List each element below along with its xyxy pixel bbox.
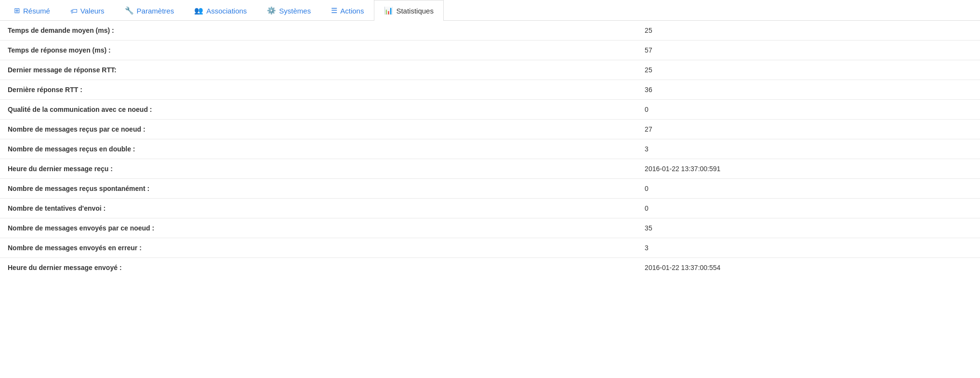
table-row: Temps de demande moyen (ms) :25 [0,21,980,40]
tabs-container: ⊞Résumé🏷Valeurs🔧Paramètres👥Associations⚙… [0,0,980,21]
tab-statistiques[interactable]: 📊Statistiques [374,0,444,21]
tab-label-valeurs: Valeurs [80,7,105,15]
stats-table: Temps de demande moyen (ms) :25Temps de … [0,21,980,277]
row-value: 25 [637,21,980,40]
statistiques-icon: 📊 [384,6,393,15]
tab-associations[interactable]: 👥Associations [184,0,257,21]
tab-label-associations: Associations [206,7,247,15]
row-value: 35 [637,218,980,238]
tab-label-resume: Résumé [23,7,50,15]
table-row: Nombre de tentatives d'envoi :0 [0,199,980,218]
tab-valeurs[interactable]: 🏷Valeurs [60,0,115,21]
row-value: 57 [637,40,980,60]
row-label: Heure du dernier message envoyé : [0,258,637,278]
table-row: Nombre de messages envoyés par ce noeud … [0,218,980,238]
row-label: Nombre de messages envoyés par ce noeud … [0,218,637,238]
row-label: Nombre de tentatives d'envoi : [0,199,637,218]
row-value: 0 [637,100,980,120]
table-row: Heure du dernier message envoyé :2016-01… [0,258,980,278]
row-label: Nombre de messages reçus par ce noeud : [0,120,637,139]
table-row: Nombre de messages reçus par ce noeud :2… [0,120,980,139]
tab-systemes[interactable]: ⚙️Systèmes [257,0,321,21]
row-value: 0 [637,199,980,218]
parametres-icon: 🔧 [125,6,134,15]
row-label: Temps de demande moyen (ms) : [0,21,637,40]
row-value: 27 [637,120,980,139]
resume-icon: ⊞ [14,6,20,15]
row-value: 2016-01-22 13:37:00:591 [637,159,980,179]
table-row: Dernier message de réponse RTT:25 [0,60,980,80]
tab-resume[interactable]: ⊞Résumé [4,0,60,21]
tab-parametres[interactable]: 🔧Paramètres [115,0,185,21]
content-area: Temps de demande moyen (ms) :25Temps de … [0,21,980,277]
row-label: Temps de réponse moyen (ms) : [0,40,637,60]
table-row: Qualité de la communication avec ce noeu… [0,100,980,120]
row-value: 0 [637,179,980,199]
row-label: Heure du dernier message reçu : [0,159,637,179]
systemes-icon: ⚙️ [267,6,276,15]
table-row: Heure du dernier message reçu :2016-01-2… [0,159,980,179]
associations-icon: 👥 [194,6,203,15]
row-label: Qualité de la communication avec ce noeu… [0,100,637,120]
row-value: 3 [637,139,980,159]
table-row: Nombre de messages reçus spontanément :0 [0,179,980,199]
table-row: Nombre de messages reçus en double :3 [0,139,980,159]
row-value: 36 [637,80,980,100]
row-label: Dernier message de réponse RTT: [0,60,637,80]
row-label: Nombre de messages reçus spontanément : [0,179,637,199]
actions-icon: ☰ [331,6,337,15]
valeurs-icon: 🏷 [70,7,78,15]
tab-label-actions: Actions [340,7,364,15]
tab-label-statistiques: Statistiques [396,7,434,15]
table-row: Dernière réponse RTT :36 [0,80,980,100]
row-value: 3 [637,238,980,258]
row-label: Dernière réponse RTT : [0,80,637,100]
tab-label-parametres: Paramètres [137,7,174,15]
tab-actions[interactable]: ☰Actions [321,0,374,21]
table-row: Temps de réponse moyen (ms) :57 [0,40,980,60]
row-label: Nombre de messages envoyés en erreur : [0,238,637,258]
table-row: Nombre de messages envoyés en erreur :3 [0,238,980,258]
row-label: Nombre de messages reçus en double : [0,139,637,159]
row-value: 25 [637,60,980,80]
tab-label-systemes: Systèmes [279,7,311,15]
row-value: 2016-01-22 13:37:00:554 [637,258,980,278]
